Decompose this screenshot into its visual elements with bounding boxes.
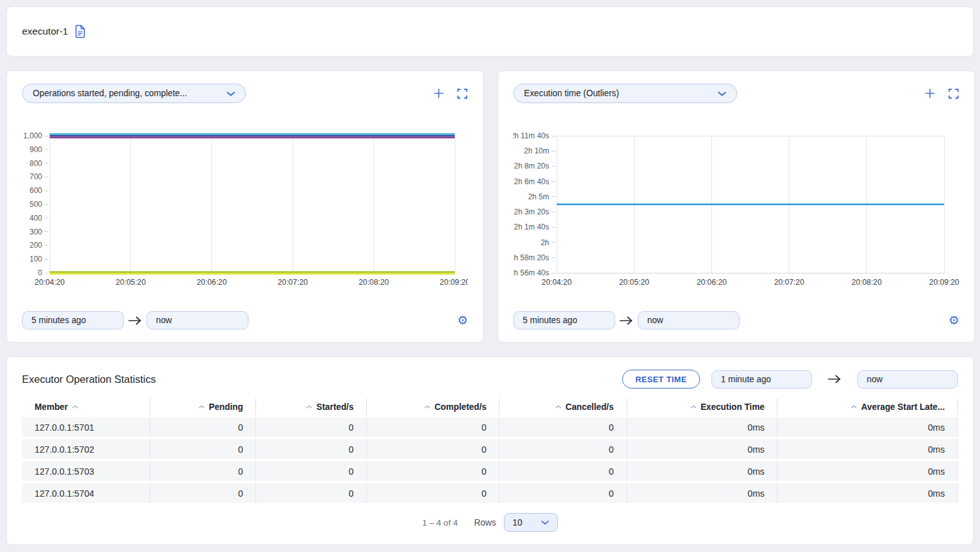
svg-text:500: 500: [30, 200, 42, 209]
add-chart-icon[interactable]: [923, 87, 937, 100]
value-cell: 0: [367, 461, 499, 481]
time-to-value: now: [647, 316, 663, 325]
table-row: 127.0.0.1:570400000ms0ms: [22, 483, 958, 503]
time-to-value: now: [156, 316, 172, 325]
svg-text:2h 10m: 2h 10m: [524, 146, 549, 155]
svg-text:20:05:20: 20:05:20: [116, 278, 146, 287]
table-row: 127.0.0.1:570300000ms0ms: [22, 461, 958, 481]
member-cell: 127.0.0.1:5703: [22, 461, 150, 481]
column-header-completed-s[interactable]: Completed/s: [367, 399, 499, 415]
sort-caret-icon: [424, 405, 431, 409]
time-from-value: 5 minutes ago: [31, 316, 86, 325]
svg-text:20:06:20: 20:06:20: [197, 278, 227, 287]
svg-text:1h 58m 20s: 1h 58m 20s: [513, 253, 549, 262]
rows-per-page-select[interactable]: 10: [504, 513, 558, 532]
time-from-input[interactable]: 5 minutes ago: [513, 311, 615, 329]
settings-gear-icon[interactable]: ⚙: [949, 314, 959, 326]
svg-text:900: 900: [30, 145, 42, 154]
pagination-range: 1 – 4 of 4: [422, 518, 457, 527]
svg-text:2h 1m 40s: 2h 1m 40s: [514, 223, 549, 231]
arrow-right-icon: [827, 375, 842, 384]
svg-text:800: 800: [30, 159, 42, 168]
metric-selector-label: Operations started, pending, complete...: [33, 89, 187, 98]
metric-selector[interactable]: Operations started, pending, complete...: [22, 84, 246, 103]
svg-text:2h 5m: 2h 5m: [528, 192, 549, 201]
fullscreen-icon[interactable]: [948, 88, 959, 99]
arrow-right-icon: [128, 316, 143, 325]
svg-text:2h: 2h: [541, 238, 549, 247]
chevron-down-icon: [226, 91, 235, 96]
stats-time-to-input[interactable]: now: [857, 370, 958, 389]
value-cell: 0ms: [627, 439, 778, 459]
sort-caret-icon: [690, 405, 697, 409]
value-cell: 0: [499, 439, 626, 459]
svg-text:20:07:20: 20:07:20: [774, 278, 805, 287]
svg-text:700: 700: [30, 172, 42, 181]
svg-text:20:09:20: 20:09:20: [440, 278, 468, 287]
statistics-table: MemberPendingStarted/sCompleted/sCancell…: [22, 396, 958, 505]
table-row: 127.0.0.1:570200000ms0ms: [22, 439, 958, 459]
value-cell: 0ms: [777, 439, 958, 459]
svg-text:0: 0: [38, 268, 42, 277]
svg-text:20:04:20: 20:04:20: [35, 278, 65, 287]
column-label: Average Start Late...: [861, 402, 945, 412]
table-header-row: MemberPendingStarted/sCompleted/sCancell…: [22, 399, 958, 415]
column-header-cancelled-s[interactable]: Cancelled/s: [499, 399, 626, 415]
column-header-pending[interactable]: Pending: [150, 399, 257, 415]
title-card: executor-1: [6, 6, 974, 57]
stats-time-from-input[interactable]: 1 minute ago: [711, 370, 812, 389]
value-cell: 0: [150, 439, 257, 459]
metric-selector-label: Execution time (Outliers): [524, 89, 619, 98]
svg-text:20:08:20: 20:08:20: [359, 278, 389, 287]
svg-text:300: 300: [30, 228, 42, 236]
page-title: executor-1: [22, 26, 68, 37]
value-cell: 0ms: [777, 461, 958, 481]
value-cell: 0ms: [627, 417, 778, 437]
column-label: Started/s: [316, 402, 354, 412]
sort-caret-icon: [850, 405, 857, 409]
settings-gear-icon[interactable]: ⚙: [457, 314, 468, 326]
svg-text:100: 100: [30, 255, 42, 263]
member-cell: 127.0.0.1:5704: [22, 483, 150, 503]
value-cell: 0ms: [777, 417, 958, 437]
value-cell: 0: [150, 461, 257, 481]
value-cell: 0: [367, 439, 499, 459]
stats-time-from-value: 1 minute ago: [721, 375, 771, 384]
value-cell: 0: [256, 439, 367, 459]
rows-per-page-value: 10: [513, 517, 523, 527]
time-to-input[interactable]: now: [638, 311, 740, 329]
arrow-right-icon: [619, 316, 634, 325]
executor-statistics-card: Executor Operation Statistics RESET TIME…: [6, 356, 974, 545]
reset-time-button[interactable]: RESET TIME: [622, 370, 700, 389]
fullscreen-icon[interactable]: [457, 88, 468, 99]
table-row: 127.0.0.1:570100000ms0ms: [22, 417, 958, 437]
value-cell: 0ms: [627, 461, 778, 481]
value-cell: 0: [367, 483, 499, 503]
svg-text:200: 200: [30, 241, 42, 250]
svg-text:2h 11m 40s: 2h 11m 40s: [513, 132, 549, 140]
pagination: 1 – 4 of 4 Rows 10: [22, 513, 958, 532]
chevron-down-icon: [718, 91, 727, 96]
svg-text:1,000: 1,000: [23, 132, 42, 140]
sort-caret-icon: [72, 405, 79, 409]
value-cell: 0ms: [627, 483, 778, 503]
value-cell: 0: [499, 483, 626, 503]
column-label: Execution Time: [701, 402, 765, 412]
column-header-started-s[interactable]: Started/s: [256, 399, 367, 415]
column-header-execution-time[interactable]: Execution Time: [627, 399, 778, 415]
column-header-member[interactable]: Member: [22, 399, 150, 415]
chevron-down-icon: [541, 520, 549, 525]
svg-text:20:08:20: 20:08:20: [852, 278, 882, 287]
column-label: Completed/s: [435, 402, 487, 412]
chart-header: Operations started, pending, complete...: [22, 84, 468, 103]
column-header-average-start-late[interactable]: Average Start Late...: [777, 399, 958, 415]
time-to-input[interactable]: now: [147, 311, 248, 329]
svg-text:400: 400: [30, 214, 42, 223]
add-chart-icon[interactable]: [432, 87, 445, 100]
column-label: Pending: [209, 402, 243, 412]
document-icon[interactable]: [74, 25, 86, 38]
chart-card-operations: Operations started, pending, complete...…: [6, 70, 484, 343]
time-from-input[interactable]: 5 minutes ago: [22, 311, 124, 329]
member-cell: 127.0.0.1:5702: [22, 439, 150, 459]
metric-selector[interactable]: Execution time (Outliers): [513, 84, 737, 103]
